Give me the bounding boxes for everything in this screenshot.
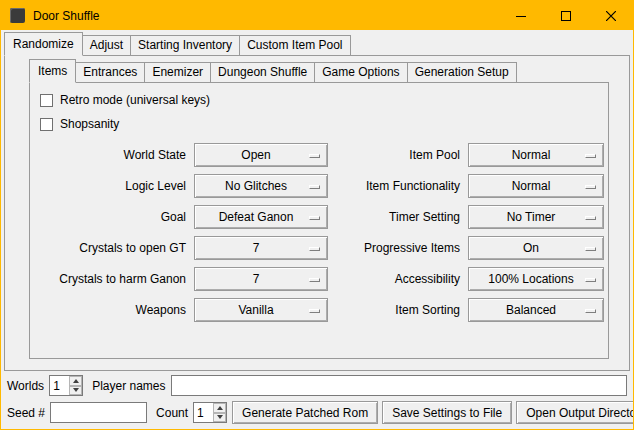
world-state-value: Open [241,148,280,162]
count-input[interactable] [194,403,213,422]
progressive-items-label: Progressive Items [334,241,462,255]
logic-level-label: Logic Level [40,179,188,193]
worlds-spinner-buttons [69,376,82,395]
arrow-down-icon [73,388,79,392]
main-tab-bar: Randomize Adjust Starting Inventory Cust… [1,30,633,55]
timer-setting-dropdown[interactable]: No Timer [468,205,604,229]
item-pool-label: Item Pool [334,148,462,162]
dropdown-indicator-icon [309,216,320,220]
seed-row: Seed # Count Generate Patched Rom Save S… [7,401,627,424]
tab-enemizer[interactable]: Enemizer [144,62,211,82]
worlds-input[interactable] [50,376,69,395]
timer-setting-value: No Timer [507,210,566,224]
item-functionality-label: Item Functionality [334,179,462,193]
tab-game-options[interactable]: Game Options [314,62,407,82]
crystals-ganon-dropdown[interactable]: 7 [194,267,328,291]
tab-custom-item-pool[interactable]: Custom Item Pool [239,35,350,55]
count-spin-up-button[interactable] [213,403,226,413]
count-spin-down-button[interactable] [213,413,226,423]
generate-patched-rom-button[interactable]: Generate Patched Rom [232,401,378,424]
crystals-gt-label: Crystals to open GT [40,241,188,255]
logic-level-dropdown[interactable]: No Glitches [194,174,328,198]
timer-setting-label: Timer Setting [334,210,462,224]
crystals-gt-dropdown[interactable]: 7 [194,236,328,260]
bottom-controls: Worlds Player names Seed # Count [7,375,627,424]
count-spinner[interactable] [193,402,227,423]
tab-starting-inventory[interactable]: Starting Inventory [130,35,240,55]
seed-input[interactable] [50,402,147,423]
dropdown-indicator-icon [309,185,320,189]
goal-dropdown[interactable]: Defeat Ganon [194,205,328,229]
item-pool-dropdown[interactable]: Normal [468,143,604,167]
player-names-input[interactable] [171,375,628,396]
progressive-items-value: On [523,241,549,255]
minimize-icon [516,11,526,21]
retro-mode-checkbox[interactable] [40,94,53,107]
world-state-label: World State [40,148,188,162]
progressive-items-dropdown[interactable]: On [468,236,604,260]
item-sorting-dropdown[interactable]: Balanced [468,298,604,322]
dropdown-indicator-icon [585,278,596,282]
tab-items[interactable]: Items [29,59,76,83]
worlds-row: Worlds Player names [7,375,627,396]
crystals-ganon-label: Crystals to harm Ganon [40,272,188,286]
app-icon [10,8,25,23]
crystals-ganon-value: 7 [253,272,270,286]
count-label: Count [156,406,188,420]
tab-dungeon-shuffle[interactable]: Dungeon Shuffle [210,62,315,82]
tab-entrances[interactable]: Entrances [75,62,145,82]
minimize-button[interactable] [498,1,543,30]
goal-value: Defeat Ganon [219,210,304,224]
dropdown-indicator-icon [585,247,596,251]
arrow-down-icon [217,415,223,419]
maximize-icon [561,11,571,21]
dropdown-indicator-icon [309,309,320,313]
count-spinner-buttons [213,403,226,422]
player-names-label: Player names [92,379,165,393]
accessibility-label: Accessibility [334,272,462,286]
dropdown-indicator-icon [585,216,596,220]
crystals-gt-value: 7 [253,241,270,255]
tab-randomize[interactable]: Randomize [4,32,83,56]
arrow-up-icon [217,406,223,410]
weapons-dropdown[interactable]: Vanilla [194,298,328,322]
randomize-pane: Items Entrances Enemizer Dungeon Shuffle… [4,55,630,371]
item-functionality-value: Normal [512,179,561,193]
dropdown-indicator-icon [585,309,596,313]
worlds-label: Worlds [7,379,44,393]
accessibility-value: 100% Locations [488,272,583,286]
worlds-spin-down-button[interactable] [69,386,82,396]
options-grid: World State Open Item Pool Normal Logic … [40,143,596,322]
shopsanity-label: Shopsanity [60,117,119,131]
dropdown-indicator-icon [585,185,596,189]
arrow-up-icon [73,379,79,383]
item-sorting-label: Item Sorting [334,303,462,317]
worlds-spinner[interactable] [49,375,83,396]
seed-label: Seed # [7,406,45,420]
shopsanity-checkbox[interactable] [40,118,53,131]
sub-tab-bar: Items Entrances Enemizer Dungeon Shuffle… [5,56,629,82]
tab-generation-setup[interactable]: Generation Setup [407,62,517,82]
tab-adjust[interactable]: Adjust [82,35,131,55]
item-pool-value: Normal [512,148,561,162]
goal-label: Goal [40,210,188,224]
open-output-directory-button[interactable]: Open Output Directory [516,401,634,424]
titlebar: Door Shuffle [1,1,633,30]
weapons-value: Vanilla [238,303,283,317]
dropdown-indicator-icon [309,278,320,282]
retro-mode-row: Retro mode (universal keys) [40,91,596,109]
save-settings-button[interactable]: Save Settings to File [382,401,512,424]
dropdown-indicator-icon [585,154,596,158]
maximize-button[interactable] [543,1,588,30]
caption-buttons [498,1,633,30]
weapons-label: Weapons [40,303,188,317]
logic-level-value: No Glitches [225,179,297,193]
worlds-spin-up-button[interactable] [69,376,82,386]
close-icon [606,11,616,21]
dropdown-indicator-icon [309,154,320,158]
accessibility-dropdown[interactable]: 100% Locations [468,267,604,291]
items-pane: Retro mode (universal keys) Shopsanity W… [29,82,609,359]
close-button[interactable] [588,1,633,30]
world-state-dropdown[interactable]: Open [194,143,328,167]
item-functionality-dropdown[interactable]: Normal [468,174,604,198]
